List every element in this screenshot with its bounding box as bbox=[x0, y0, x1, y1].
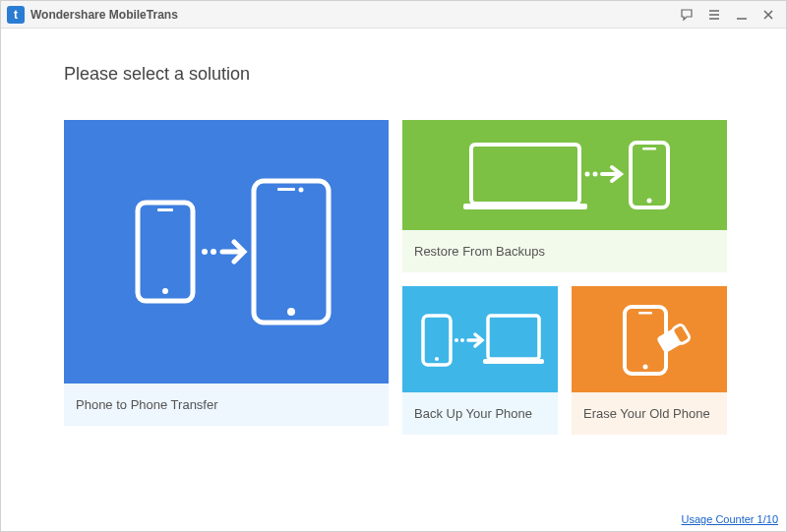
minimize-icon[interactable] bbox=[735, 8, 749, 22]
app-title: Wondershare MobileTrans bbox=[30, 8, 178, 22]
erase-icon bbox=[572, 286, 727, 392]
svg-point-4 bbox=[211, 249, 216, 255]
right-bottom-group: Back Up Your Phone bbox=[402, 286, 727, 435]
svg-rect-23 bbox=[488, 316, 539, 359]
page-heading: Please select a solution bbox=[64, 64, 723, 85]
phone-to-phone-icon bbox=[64, 120, 389, 384]
card-phone-to-phone[interactable]: Phone to Phone Transfer bbox=[64, 120, 389, 435]
svg-rect-15 bbox=[631, 143, 668, 207]
svg-point-8 bbox=[299, 188, 304, 193]
usage-counter-link[interactable]: Usage Counter 1/10 bbox=[682, 513, 778, 525]
card-erase-label: Erase Your Old Phone bbox=[572, 392, 727, 435]
svg-point-7 bbox=[287, 308, 295, 316]
titlebar: t Wondershare MobileTrans bbox=[1, 1, 786, 29]
restore-icon bbox=[402, 120, 727, 230]
card-phone-to-phone-label: Phone to Phone Transfer bbox=[64, 384, 389, 426]
svg-point-12 bbox=[585, 172, 590, 177]
card-restore[interactable]: Restore From Backups bbox=[402, 120, 727, 272]
svg-rect-9 bbox=[277, 188, 295, 191]
card-restore-label: Restore From Backups bbox=[402, 230, 727, 272]
svg-rect-6 bbox=[254, 181, 329, 323]
menu-icon[interactable] bbox=[707, 8, 721, 22]
feedback-icon[interactable] bbox=[680, 8, 694, 22]
card-backup-label: Back Up Your Phone bbox=[402, 392, 558, 435]
svg-rect-10 bbox=[471, 145, 579, 204]
svg-point-26 bbox=[643, 365, 648, 370]
svg-point-16 bbox=[647, 199, 652, 204]
svg-point-3 bbox=[202, 249, 208, 255]
svg-point-13 bbox=[593, 172, 598, 177]
svg-point-20 bbox=[454, 338, 458, 342]
close-icon[interactable] bbox=[762, 9, 774, 21]
svg-point-19 bbox=[435, 357, 439, 361]
svg-rect-2 bbox=[157, 208, 173, 211]
svg-rect-27 bbox=[638, 312, 652, 315]
card-backup[interactable]: Back Up Your Phone bbox=[402, 286, 558, 435]
svg-rect-11 bbox=[463, 204, 587, 209]
backup-icon bbox=[402, 286, 558, 392]
main-content: Please select a solution bbox=[1, 29, 786, 435]
card-erase[interactable]: Erase Your Old Phone bbox=[572, 286, 727, 435]
svg-point-21 bbox=[460, 338, 464, 342]
svg-rect-0 bbox=[138, 203, 193, 301]
app-logo-icon: t bbox=[7, 6, 25, 24]
svg-point-1 bbox=[162, 288, 168, 294]
svg-rect-24 bbox=[483, 359, 544, 364]
solutions-grid: Phone to Phone Transfer bbox=[64, 120, 723, 435]
window-controls bbox=[680, 8, 780, 22]
svg-rect-17 bbox=[642, 148, 656, 150]
